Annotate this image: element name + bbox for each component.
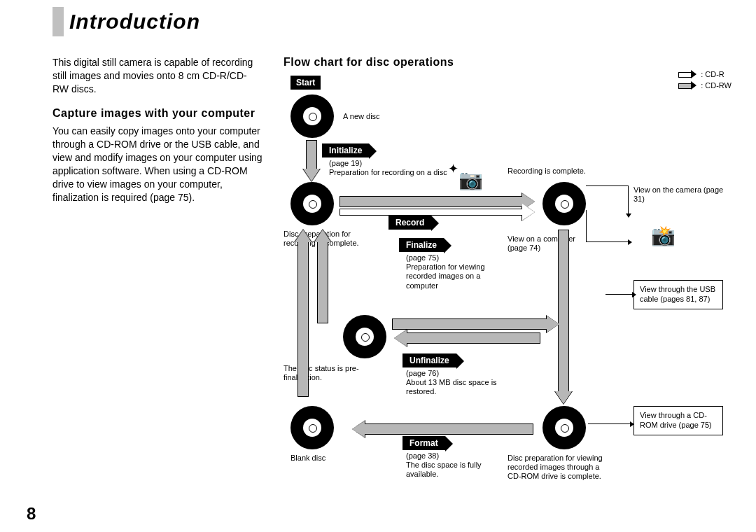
capture-paragraph: You can easily copy images onto your com… (52, 125, 262, 204)
legend-cdr: : CD-R (678, 70, 732, 78)
capture-subheading: Capture images with your computer (52, 106, 262, 121)
arrow-to-cdrom-box (588, 424, 630, 424)
finalize-flag: Finalize (399, 238, 444, 252)
disc-new (290, 94, 334, 138)
arrow-record (340, 196, 523, 207)
arrow-prefinal-to-finalize (392, 318, 547, 330)
format-flag: Format (402, 436, 445, 450)
record-flag: Record (388, 216, 431, 230)
arrow-blank-up (298, 241, 309, 397)
start-label: Start (290, 76, 321, 90)
flowchart-title: Flow chart for disc operations (284, 56, 746, 69)
usb-box: View through the USB cable (pages 81, 87… (634, 280, 723, 309)
flash-icon: ✦ (448, 161, 458, 176)
page-title-block: Introduction (52, 7, 200, 36)
disc-prefinal (343, 315, 386, 358)
page-number: 8 (27, 504, 36, 524)
legend: : CD-R : CD-RW (678, 70, 732, 92)
legend-cdrw-label: : CD-RW (701, 81, 732, 90)
disc-blank (290, 406, 334, 449)
format-note: (page 38) The disc space is fully availa… (406, 451, 504, 479)
arrow-to-usb-box (606, 294, 632, 295)
arrow-start-to-init (306, 140, 317, 169)
disc-view-complete-note: Disc preparation for viewing recorded im… (507, 454, 612, 482)
view-computer-note: View on a computer (page 74) (507, 234, 592, 253)
title-accent-bar (52, 7, 64, 36)
arrow-prefinal-up (317, 241, 328, 323)
legend-arrow-cdr-icon (678, 71, 696, 78)
arrow-view-computer-h (586, 241, 628, 242)
arrow-view-camera-v (628, 186, 629, 214)
initialize-note: (page 19) Preparation for recording on a… (329, 159, 448, 177)
open-camera-icon: 📸 (651, 224, 676, 247)
intro-paragraph: This digital still camera is capable of … (52, 56, 262, 96)
blank-disc-note: Blank disc (290, 454, 346, 463)
recording-complete-note: Recording is complete. (507, 167, 620, 176)
page-title: Introduction (69, 10, 200, 34)
new-disc-note: A new disc (343, 112, 380, 121)
arrow-view-camera-h (586, 186, 628, 186)
legend-arrow-cdrw-icon (678, 82, 696, 89)
arrow-record-cdr (340, 209, 523, 216)
legend-cdr-label: : CD-R (701, 70, 724, 78)
unfinalize-note: (page 76) About 13 MB disc space is rest… (406, 369, 511, 397)
cdrom-box: View through a CD-ROM drive (page 75) (634, 406, 723, 435)
flowchart-area: Flow chart for disc operations : CD-R : … (284, 56, 746, 504)
disc-initialized (290, 182, 334, 225)
camera-icon: 📷 (458, 168, 483, 191)
arrow-unfinalize (406, 332, 540, 344)
arrow-format (364, 424, 533, 435)
disc-finalized (542, 406, 586, 449)
left-column: This digital still camera is capable of … (52, 56, 262, 204)
unfinalize-flag: Unfinalize (402, 354, 456, 368)
prefinal-note: The disc status is pre-finalization. (284, 364, 364, 382)
view-camera-note: View on the camera (page 31) (634, 186, 724, 204)
finalize-note: (page 75) Preparation for viewing record… (406, 253, 504, 290)
initialize-flag: Initialize (322, 144, 369, 158)
legend-cdrw: : CD-RW (678, 81, 732, 90)
disc-recorded (542, 182, 586, 225)
arrow-finalize (558, 230, 569, 392)
